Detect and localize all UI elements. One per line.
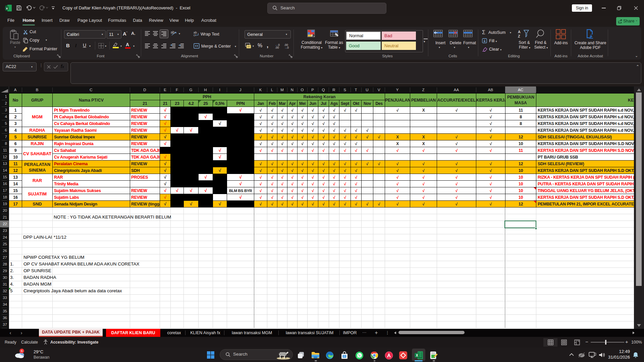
svg-text:Z: Z — [518, 34, 520, 38]
svg-text:.00: .00 — [275, 46, 279, 49]
svg-text:X: X — [416, 354, 418, 357]
svg-text:A: A — [518, 30, 521, 34]
svg-text:x: x — [6, 7, 8, 10]
svg-text:.0: .0 — [286, 46, 289, 49]
svg-text:c: c — [194, 34, 195, 37]
